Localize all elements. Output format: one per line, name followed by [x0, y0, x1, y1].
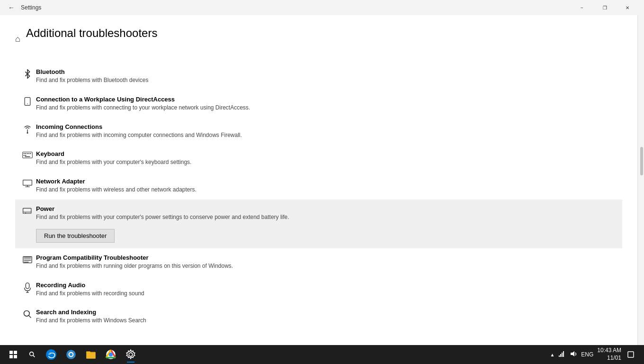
start-button[interactable] [4, 345, 23, 364]
svg-rect-12 [23, 180, 32, 185]
power-icon [19, 206, 36, 215]
volume-icon[interactable] [570, 350, 577, 359]
window-title: Settings [21, 4, 571, 11]
ts-power-desc: Find and fix problems with your computer… [36, 213, 618, 221]
svg-rect-29 [14, 351, 17, 354]
taskbar-edge[interactable] [42, 345, 61, 364]
ts-search-text: Search and Indexing Find and fix problem… [36, 309, 618, 325]
title-bar: ← Settings − ❐ ✕ [0, 0, 644, 15]
microphone-icon [19, 282, 36, 293]
svg-rect-30 [9, 355, 13, 358]
scrollbar[interactable] [637, 15, 644, 345]
svg-rect-11 [25, 156, 30, 157]
ts-keyboard-name: Keyboard [36, 150, 618, 157]
notification-icon[interactable] [625, 349, 636, 360]
minimize-button[interactable]: − [571, 0, 593, 15]
ts-keyboard[interactable]: Keyboard Find and fix problems with your… [15, 145, 622, 172]
ts-bluetooth[interactable]: Bluetooth Find and fix problems with Blu… [15, 63, 622, 90]
svg-rect-45 [562, 353, 563, 357]
svg-rect-44 [560, 354, 561, 357]
taskbar-search-button[interactable] [23, 345, 42, 364]
ts-compatibility[interactable]: Program Compatibility Troubleshooter Fin… [15, 248, 622, 276]
main-content: ⌂ Additional troubleshooters Bluetooth F… [0, 15, 644, 345]
svg-point-26 [24, 311, 30, 317]
network-icon [19, 179, 36, 188]
ts-audio-text: Recording Audio Find and fix problems wi… [36, 282, 618, 298]
ts-bluetooth-desc: Find and fix problems with Bluetooth dev… [36, 76, 618, 84]
bluetooth-icon [19, 69, 36, 79]
svg-rect-28 [9, 351, 13, 354]
svg-line-33 [33, 355, 35, 357]
svg-rect-43 [559, 355, 560, 357]
list-icon [19, 255, 36, 264]
taskbar-cortana[interactable] [62, 345, 80, 364]
ts-keyboard-desc: Find and fix problems with your computer… [36, 158, 618, 166]
ts-audio-name: Recording Audio [36, 282, 618, 289]
ts-bluetooth-name: Bluetooth [36, 68, 618, 75]
ts-power-name: Power [36, 205, 618, 212]
svg-rect-17 [25, 213, 26, 214]
taskbar-chrome[interactable] [101, 345, 120, 364]
taskbar-clock[interactable]: 10:43 AM 11/01 [597, 347, 621, 362]
ts-network-desc: Find and fix problems with wireless and … [36, 186, 618, 194]
svg-marker-47 [571, 351, 574, 356]
svg-rect-4 [24, 153, 25, 154]
svg-rect-16 [23, 212, 31, 213]
ts-incoming-name: Incoming Connections [36, 123, 618, 130]
close-button[interactable]: ✕ [617, 0, 638, 15]
ts-power-row: Power Find and fix problems with your co… [19, 205, 618, 221]
ts-incoming-text: Incoming Connections Find and fix proble… [36, 123, 618, 139]
ts-directaccess-text: Connection to a Workplace Using DirectAc… [36, 96, 618, 112]
taskbar: ▲ ENG 10:43 AM 11/01 [0, 345, 644, 364]
language-indicator[interactable]: ENG [581, 351, 593, 358]
svg-point-41 [109, 353, 113, 357]
svg-point-37 [70, 353, 73, 356]
svg-rect-8 [30, 153, 31, 154]
home-icon[interactable]: ⌂ [15, 34, 20, 44]
ts-bluetooth-text: Bluetooth Find and fix problems with Blu… [36, 68, 618, 84]
taskbar-overflow[interactable]: ▲ [550, 352, 555, 357]
ts-network-text: Network Adapter Find and fix problems wi… [36, 178, 618, 194]
ts-directaccess-desc: Find and fix problems with connecting to… [36, 104, 618, 112]
svg-rect-9 [24, 155, 25, 156]
clock-time: 10:43 AM [597, 347, 621, 355]
svg-rect-23 [26, 282, 29, 288]
ts-network[interactable]: Network Adapter Find and fix problems wi… [15, 172, 622, 200]
ts-power[interactable]: Power Find and fix problems with your co… [15, 200, 622, 248]
page-title: Additional troubleshooters [26, 27, 158, 40]
ts-directaccess[interactable]: Connection to a Workplace Using DirectAc… [15, 90, 622, 118]
ts-network-name: Network Adapter [36, 178, 618, 185]
ts-power-text: Power Find and fix problems with your co… [36, 205, 618, 221]
wifi-icon [19, 124, 36, 135]
maximize-button[interactable]: ❐ [594, 0, 616, 15]
troubleshooter-list: Bluetooth Find and fix problems with Blu… [15, 63, 622, 330]
svg-rect-31 [14, 355, 17, 358]
svg-rect-6 [27, 153, 28, 154]
ts-search-desc: Find and fix problems with Windows Searc… [36, 317, 618, 325]
window-controls: − ❐ ✕ [571, 0, 638, 15]
ts-incoming-desc: Find and fix problems with incoming comp… [36, 131, 618, 139]
svg-rect-38 [86, 352, 96, 359]
taskbar-apps [42, 345, 140, 364]
svg-rect-48 [628, 352, 634, 357]
ts-incoming[interactable]: Incoming Connections Find and fix proble… [15, 118, 622, 145]
svg-point-42 [129, 353, 133, 356]
svg-line-27 [29, 316, 31, 318]
clock-date: 11/01 [597, 355, 621, 362]
taskbar-settings[interactable] [121, 345, 140, 364]
svg-point-32 [30, 352, 34, 356]
svg-rect-46 [563, 351, 564, 357]
ts-audio[interactable]: Recording Audio Find and fix problems wi… [15, 276, 622, 303]
back-button[interactable]: ← [6, 2, 17, 13]
taskbar-files[interactable] [81, 345, 100, 364]
scrollbar-thumb[interactable] [640, 147, 643, 175]
network-status-icon[interactable] [558, 350, 566, 359]
ts-search[interactable]: Search and Indexing Find and fix problem… [15, 303, 622, 330]
run-troubleshooter-button[interactable]: Run the troubleshooter [36, 229, 115, 243]
taskbar-right: ▲ ENG 10:43 AM 11/01 [550, 347, 640, 362]
ts-compatibility-name: Program Compatibility Troubleshooter [36, 254, 618, 261]
ts-keyboard-text: Keyboard Find and fix problems with your… [36, 150, 618, 166]
ts-compatibility-desc: Find and fix problems with running older… [36, 262, 618, 270]
keyboard-icon [19, 151, 36, 159]
svg-rect-7 [28, 153, 29, 154]
